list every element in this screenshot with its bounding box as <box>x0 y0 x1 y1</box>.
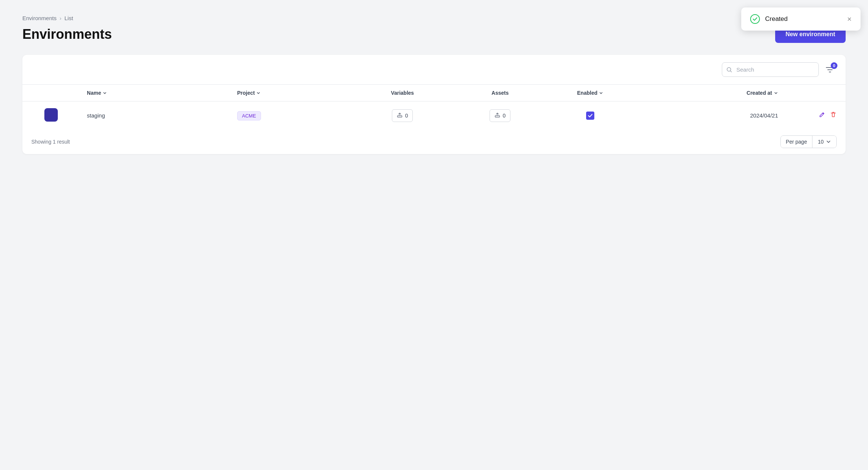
filter-button[interactable]: 0 <box>823 63 837 76</box>
per-page-value: 10 <box>818 139 824 145</box>
toolbar: 0 <box>22 55 846 85</box>
toast-success-icon <box>750 14 760 24</box>
per-page-control: Per page 10 <box>780 135 837 148</box>
env-created-at: 2024/04/21 <box>635 101 786 130</box>
breadcrumb: Environments › List <box>22 15 846 21</box>
breadcrumb-separator: › <box>60 15 62 21</box>
toast-message: Created <box>765 15 842 23</box>
enabled-checkbox <box>586 112 594 120</box>
env-name: staging <box>79 101 230 130</box>
env-enabled <box>545 101 635 130</box>
svg-rect-1 <box>397 116 402 117</box>
search-input[interactable] <box>722 62 819 77</box>
table-footer: Showing 1 result Per page 10 <box>22 129 846 154</box>
breadcrumb-parent[interactable]: Environments <box>22 15 57 21</box>
search-icon <box>726 67 732 73</box>
assets-count-value: 0 <box>503 113 506 119</box>
col-header-assets: Assets <box>455 85 545 101</box>
col-header-actions <box>786 85 846 101</box>
page-title: Environments <box>22 26 112 42</box>
env-variables: 0 <box>350 101 455 130</box>
assets-count-button[interactable]: 0 <box>490 109 510 122</box>
variables-count-value: 0 <box>405 113 408 119</box>
toast-close-button[interactable]: × <box>847 15 852 23</box>
col-header-created-at[interactable]: Created at <box>635 85 786 101</box>
col-header-project[interactable]: Project <box>230 85 350 101</box>
env-color-indicator <box>44 108 58 122</box>
upload-icon <box>397 112 403 119</box>
env-project: ACME <box>230 101 350 130</box>
col-header-color <box>22 85 79 101</box>
table-row: staging ACME 0 <box>22 101 846 130</box>
per-page-select[interactable]: 10 <box>812 136 836 148</box>
edit-button[interactable] <box>817 110 827 121</box>
variables-count-button[interactable]: 0 <box>392 109 413 122</box>
search-wrap <box>722 62 819 77</box>
main-content: Environments › List Environments New env… <box>0 0 868 169</box>
col-header-variables: Variables <box>350 85 455 101</box>
asset-upload-icon <box>494 112 500 119</box>
env-actions <box>786 101 846 130</box>
col-header-name[interactable]: Name <box>79 85 230 101</box>
page-header: Environments New environment <box>22 26 846 43</box>
showing-text: Showing 1 result <box>31 139 70 145</box>
col-header-enabled[interactable]: Enabled <box>545 85 635 101</box>
breadcrumb-current: List <box>65 15 73 21</box>
svg-rect-2 <box>495 116 500 117</box>
env-assets: 0 <box>455 101 545 130</box>
environments-table: Name Project Variables Asse <box>22 85 846 129</box>
toast-notification: Created × <box>741 7 861 31</box>
project-badge[interactable]: ACME <box>237 111 261 120</box>
per-page-label: Per page <box>781 136 813 148</box>
filter-badge: 0 <box>831 62 837 69</box>
table-card: 0 Name Project <box>22 55 846 154</box>
delete-button[interactable] <box>828 110 838 121</box>
